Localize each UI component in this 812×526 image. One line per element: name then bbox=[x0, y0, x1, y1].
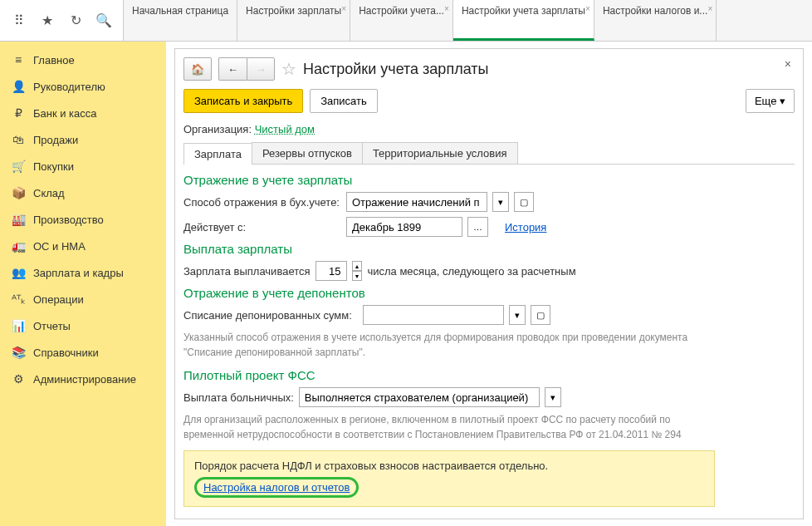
highlight-box: Порядок расчета НДФЛ и страховых взносов… bbox=[183, 450, 715, 507]
sidebar-item[interactable]: ₽Банк и касса bbox=[0, 100, 166, 126]
stepper-up[interactable]: ▲ bbox=[352, 261, 363, 271]
sidebar-label: ОС и НМА bbox=[33, 240, 86, 253]
close-icon[interactable]: × bbox=[785, 57, 791, 71]
content: × 🏠 ← → ☆ Настройки учета зарплаты Запис… bbox=[174, 48, 804, 519]
more-button[interactable]: Еще ▾ bbox=[746, 89, 795, 113]
main: ≡Главное👤Руководителю₽Банк и касса🛍Прода… bbox=[0, 42, 812, 526]
sidebar-icon: ≡ bbox=[12, 53, 25, 66]
sidebar-label: Главное bbox=[33, 54, 75, 66]
top-tab[interactable]: Настройки зарплаты× bbox=[237, 0, 350, 41]
sidebar-item[interactable]: 👥Зарплата и кадры bbox=[0, 259, 166, 286]
sidebar-label: Производство bbox=[33, 214, 104, 226]
sidebar-label: Продажи bbox=[33, 134, 78, 146]
forward-button[interactable]: → bbox=[247, 57, 275, 81]
top-tabs: Начальная страницаНастройки зарплаты×Нас… bbox=[124, 0, 812, 41]
apps-icon[interactable]: ⠿ bbox=[7, 7, 32, 34]
section-fss: Пилотный проект ФСС bbox=[183, 368, 795, 382]
stepper-down[interactable]: ▼ bbox=[352, 271, 363, 281]
sidebar-item[interactable]: ≡Главное bbox=[0, 47, 166, 73]
section-reflect: Отражение в учете зарплаты bbox=[183, 173, 795, 187]
sidebar-icon: 📊 bbox=[12, 319, 25, 332]
from-input[interactable] bbox=[346, 217, 462, 237]
sidebar-item[interactable]: 🚛ОС и НМА bbox=[0, 233, 166, 259]
sidebar-item[interactable]: 🛍Продажи bbox=[0, 126, 166, 153]
inner-tab[interactable]: Территориальные условия bbox=[362, 142, 518, 164]
sick-dropdown-button[interactable]: ▾ bbox=[545, 387, 561, 407]
tab-close-icon[interactable]: × bbox=[708, 3, 713, 14]
sick-input[interactable] bbox=[299, 387, 540, 407]
top-tab[interactable]: Настройки учета...× bbox=[350, 0, 453, 41]
tab-close-icon[interactable]: × bbox=[341, 3, 346, 14]
tax-settings-link[interactable]: Настройка налогов и отчетов bbox=[194, 477, 359, 498]
inner-tabs: ЗарплатаРезервы отпусковТерриториальные … bbox=[183, 142, 795, 165]
star-icon[interactable]: ★ bbox=[35, 7, 60, 34]
sidebar-label: Справочники bbox=[33, 347, 99, 359]
pay-label: Зарплата выплачивается bbox=[183, 265, 311, 278]
topbar: ⠿ ★ ↻ 🔍 Начальная страницаНастройки зарп… bbox=[0, 0, 812, 42]
sidebar-label: Банк и касса bbox=[33, 107, 97, 120]
sidebar-item[interactable]: 👤Руководителю bbox=[0, 73, 166, 100]
sidebar-icon: 🛒 bbox=[12, 160, 25, 173]
sidebar-item[interactable]: 📊Отчеты bbox=[0, 312, 166, 339]
sidebar-item[interactable]: 📦Склад bbox=[0, 179, 166, 206]
org-row: Организация: Чистый дом bbox=[183, 123, 795, 135]
note-text: Порядок расчета НДФЛ и страховых взносов… bbox=[194, 460, 704, 472]
save-close-button[interactable]: Записать и закрыть bbox=[183, 89, 303, 113]
top-tab[interactable]: Настройки учета зарплаты× bbox=[453, 0, 594, 41]
sidebar-label: Склад bbox=[33, 187, 65, 199]
sidebar-item[interactable]: ⚙Администрирование bbox=[0, 366, 166, 392]
favorite-icon[interactable]: ☆ bbox=[281, 59, 296, 79]
tab-close-icon[interactable]: × bbox=[444, 3, 449, 14]
sidebar-item[interactable]: 🏭Производство bbox=[0, 206, 166, 233]
sick-help: Для организаций расположенных в регионе,… bbox=[183, 412, 715, 442]
reflect-dropdown-button[interactable]: ▾ bbox=[492, 192, 509, 212]
nav-toolbar: 🏠 ← → ☆ Настройки учета зарплаты bbox=[183, 57, 795, 81]
sidebar-icon: 📚 bbox=[12, 346, 25, 359]
sidebar-label: Администрирование bbox=[33, 373, 136, 386]
inner-tab[interactable]: Зарплата bbox=[183, 143, 252, 165]
sidebar-item[interactable]: ᴬᵀₖОперации bbox=[0, 286, 166, 312]
sidebar-item[interactable]: 🛒Покупки bbox=[0, 153, 166, 179]
history-icon[interactable]: ↻ bbox=[63, 7, 88, 34]
toolbar-icons: ⠿ ★ ↻ 🔍 bbox=[0, 0, 124, 41]
sidebar-icon: ⚙ bbox=[12, 372, 25, 386]
section-dep: Отражение в учете депонентов bbox=[183, 286, 795, 300]
sidebar-icon: ᴬᵀₖ bbox=[12, 292, 25, 306]
top-tab[interactable]: Настройки налогов и...× bbox=[594, 0, 717, 41]
inner-tab[interactable]: Резервы отпусков bbox=[252, 142, 363, 164]
sidebar-icon: 📦 bbox=[12, 186, 25, 199]
actions-row: Записать и закрыть Записать Еще ▾ bbox=[183, 89, 795, 113]
search-icon[interactable]: 🔍 bbox=[91, 7, 116, 34]
from-picker-button[interactable]: … bbox=[467, 217, 488, 237]
dep-dropdown-button[interactable]: ▾ bbox=[509, 305, 526, 325]
sidebar-icon: ₽ bbox=[12, 106, 25, 120]
tab-close-icon[interactable]: × bbox=[585, 3, 590, 14]
sidebar: ≡Главное👤Руководителю₽Банк и касса🛍Прода… bbox=[0, 42, 166, 526]
top-tab[interactable]: Начальная страница bbox=[124, 0, 237, 41]
sidebar-icon: 👥 bbox=[12, 266, 25, 279]
org-link[interactable]: Чистый дом bbox=[255, 123, 315, 135]
dep-help: Указанный способ отражения в учете испол… bbox=[183, 330, 715, 360]
dep-open-button[interactable]: ▢ bbox=[531, 305, 550, 325]
page-title: Настройки учета зарплаты bbox=[303, 61, 488, 78]
dep-input[interactable] bbox=[363, 305, 504, 325]
sidebar-item[interactable]: 📚Справочники bbox=[0, 339, 166, 366]
home-button[interactable]: 🏠 bbox=[183, 57, 212, 81]
org-label: Организация: bbox=[183, 123, 252, 135]
reflect-open-button[interactable]: ▢ bbox=[514, 192, 534, 212]
content-wrap: × 🏠 ← → ☆ Настройки учета зарплаты Запис… bbox=[166, 42, 812, 526]
sidebar-icon: 🛍 bbox=[12, 133, 25, 146]
history-link[interactable]: История bbox=[505, 221, 546, 234]
reflect-input[interactable] bbox=[346, 192, 487, 212]
back-button[interactable]: ← bbox=[218, 57, 247, 81]
sidebar-label: Операции bbox=[33, 293, 84, 306]
pay-day-input[interactable] bbox=[316, 261, 347, 281]
dep-label: Списание депонированных сумм: bbox=[183, 309, 358, 322]
sidebar-label: Отчеты bbox=[33, 320, 71, 332]
sidebar-label: Покупки bbox=[33, 160, 74, 173]
tab-body: Отражение в учете зарплаты Способ отраже… bbox=[183, 173, 795, 507]
sidebar-label: Зарплата и кадры bbox=[33, 267, 124, 279]
section-pay: Выплата зарплаты bbox=[183, 242, 795, 256]
sidebar-icon: 🚛 bbox=[12, 239, 25, 253]
save-button[interactable]: Записать bbox=[310, 89, 378, 113]
